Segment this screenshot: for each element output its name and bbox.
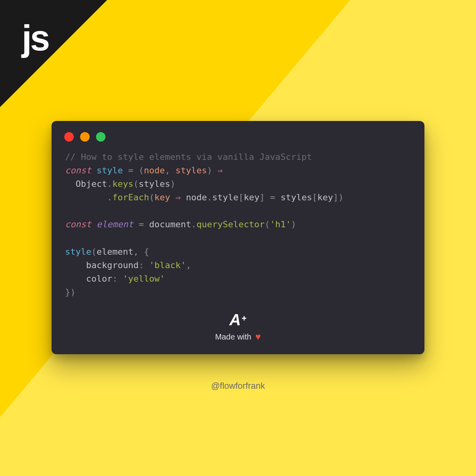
tok-rparen: ) [170, 179, 175, 189]
tok-lbracket: [ [238, 192, 244, 202]
tok-var-element: element [96, 219, 133, 229]
tok-indent [65, 192, 107, 202]
window-close-button[interactable]: red [64, 132, 74, 142]
tok-rbracket: ] [259, 192, 265, 202]
tok-param-node: node [144, 165, 165, 175]
tok-fn-style-call: style [65, 247, 91, 257]
tok-prop-background: background [86, 260, 138, 270]
tok-lbracket: [ [312, 192, 317, 202]
tok-const: const [65, 219, 91, 229]
tok-param-key: key [154, 192, 170, 202]
attribution-handle: @flowforfrank [0, 381, 476, 391]
logo-plus: + [242, 313, 247, 324]
tok-const: const [65, 165, 91, 175]
tok-param-styles: styles [175, 165, 207, 175]
tok-document: document [149, 219, 191, 229]
tok-dot: . [107, 179, 112, 189]
tok-fn-style: style [96, 165, 123, 175]
window-footer: A+ Made with ♥ [52, 303, 424, 342]
tok-element-arg: element [96, 247, 133, 257]
tok-str-h1: 'h1' [270, 219, 291, 229]
tok-indent [65, 260, 86, 270]
code-window: red yellow green // How to style element… [52, 121, 424, 354]
tok-rparen: ) [291, 219, 296, 229]
tok-lbrace: { [144, 247, 149, 257]
tok-arrow: ⇒ [170, 192, 181, 202]
tok-prop-color: color [86, 274, 112, 284]
tok-lparen: ( [91, 247, 96, 257]
made-with-text: Made with ♥ [52, 331, 424, 342]
tok-comma-end: , [186, 260, 191, 270]
code-comment: // How to style elements via vanilla Jav… [65, 152, 312, 162]
js-badge: js [22, 18, 48, 59]
tok-styles-ref: styles [280, 192, 312, 202]
tok-eq: = [123, 165, 139, 175]
tok-str-yellow: 'yellow' [123, 274, 165, 284]
window-maximize-button[interactable]: green [96, 132, 106, 142]
tok-arrow: ⇒ [212, 165, 223, 175]
made-with-label: Made with [215, 332, 251, 342]
tok-comma: , [165, 165, 176, 175]
tok-assign: = [265, 192, 280, 202]
tok-dot: . [207, 192, 212, 202]
tok-str-black: 'black' [149, 260, 186, 270]
tok-styles-arg: styles [138, 179, 170, 189]
tok-dot: . [107, 192, 112, 202]
tok-comma: , [133, 247, 144, 257]
code-block: // How to style elements via vanilla Jav… [52, 146, 424, 303]
tok-rparen: ) [70, 287, 75, 297]
heart-icon: ♥ [255, 331, 261, 342]
tok-style-prop: style [212, 192, 238, 202]
tok-foreach: forEach [112, 192, 149, 202]
tok-lparen: ( [265, 219, 270, 229]
tok-queryselector: querySelector [196, 219, 265, 229]
tok-rparen: ) [207, 165, 212, 175]
tok-rparen: ) [338, 192, 344, 202]
tok-colon: : [138, 260, 149, 270]
window-titlebar: red yellow green [52, 121, 424, 146]
tok-lparen: ( [138, 165, 144, 175]
tok-rbrace: } [65, 287, 70, 297]
logo: A+ [229, 311, 247, 329]
tok-eq: = [133, 219, 149, 229]
tok-keys: keys [112, 179, 133, 189]
tok-lparen: ( [149, 192, 154, 202]
tok-key-idx: key [244, 192, 259, 202]
tok-colon: : [112, 274, 123, 284]
tok-node: node [186, 192, 207, 202]
window-minimize-button[interactable]: yellow [80, 132, 90, 142]
corner-triangle [0, 0, 107, 107]
tok-indent [65, 179, 76, 189]
tok-key-idx: key [317, 192, 333, 202]
tok-indent [65, 274, 86, 284]
tok-rbracket: ] [333, 192, 338, 202]
tok-lparen: ( [133, 179, 138, 189]
logo-letter: A [229, 311, 240, 329]
tok-dot: . [191, 219, 196, 229]
tok-object: Object [76, 179, 107, 189]
